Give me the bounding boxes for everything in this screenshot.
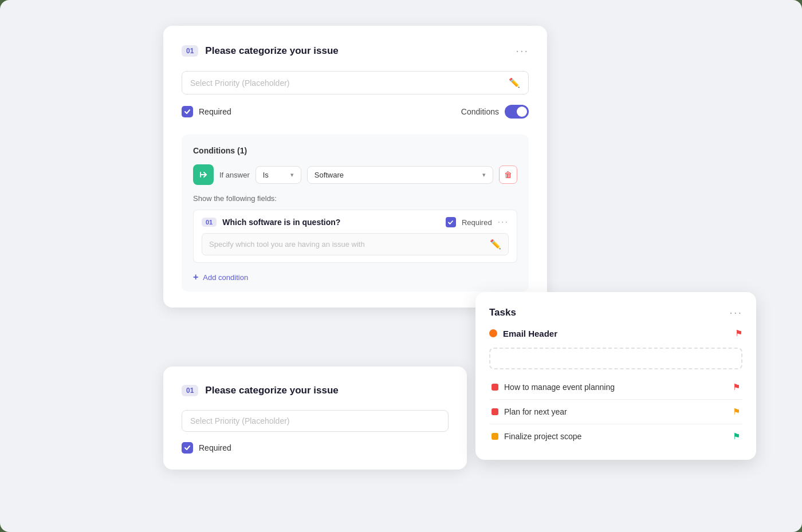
- second-card-header: 01 Please categorize your issue: [182, 385, 449, 396]
- second-card-title: Please categorize your issue: [205, 385, 338, 396]
- toggle-knob: [517, 107, 527, 117]
- required-checkbox[interactable]: [182, 106, 193, 117]
- trash-icon: 🗑: [504, 170, 512, 179]
- is-option: Is: [263, 171, 269, 179]
- second-card-header-left: 01 Please categorize your issue: [182, 385, 339, 396]
- field-title: Which software is in question?: [222, 218, 440, 227]
- field-input-row[interactable]: Specify which tool you are having an iss…: [202, 233, 509, 255]
- dashed-placeholder: [489, 348, 742, 369]
- card-header-left: 01 Please categorize your issue: [182, 45, 339, 57]
- conditions-section: Conditions (1) If answer Is ▾ Software: [182, 135, 529, 291]
- main-card: 01 Please categorize your issue ··· Sele…: [163, 26, 547, 308]
- priority-placeholder: Select Priority (Placeholder): [190, 78, 509, 88]
- task-flag-2: ⚑: [733, 407, 740, 417]
- second-required-label: Required: [199, 443, 231, 452]
- show-fields-label: Show the following fields:: [193, 194, 517, 203]
- task-item-3: Finalize project scope ⚑: [489, 424, 742, 448]
- priority-input-row[interactable]: Select Priority (Placeholder) ✏️: [182, 71, 529, 94]
- task-dot-2: [492, 408, 498, 415]
- email-header-row: Email Header ⚑: [489, 328, 742, 342]
- field-step-badge: 01: [202, 218, 217, 227]
- task-dot-3: [492, 433, 498, 440]
- required-label: Required: [199, 107, 231, 116]
- field-pencil-icon[interactable]: ✏️: [490, 239, 501, 250]
- task-dot-1: [492, 384, 498, 391]
- software-option: Software: [314, 171, 344, 179]
- step-badge: 01: [182, 45, 198, 57]
- conditions-title: Conditions (1): [193, 146, 517, 155]
- add-condition-row[interactable]: + Add condition: [193, 272, 517, 282]
- task-item-1: How to manage event planning ⚑: [489, 375, 742, 400]
- pencil-icon[interactable]: ✏️: [509, 77, 520, 88]
- card-title: Please categorize your issue: [205, 45, 338, 57]
- task-flag-3: ⚑: [733, 431, 740, 442]
- software-chevron-icon: ▾: [482, 171, 486, 179]
- task-item-2: Plan for next year ⚑: [489, 400, 742, 424]
- tasks-header: Tasks ···: [489, 306, 742, 319]
- second-priority-placeholder: Select Priority (Placeholder): [190, 416, 440, 425]
- orange-dot: [489, 329, 497, 337]
- software-dropdown[interactable]: Software ▾: [307, 166, 493, 184]
- delete-condition-button[interactable]: 🗑: [499, 165, 517, 184]
- tasks-panel: Tasks ··· Email Header ⚑ How to manage e…: [475, 292, 756, 460]
- is-chevron-icon: ▾: [290, 171, 294, 179]
- field-item: 01 Which software is in question? Requir…: [193, 210, 517, 263]
- second-card: 01 Please categorize your issue Select P…: [163, 367, 467, 470]
- second-required-checkbox[interactable]: [182, 442, 193, 454]
- field-required-label: Required: [462, 218, 492, 227]
- is-dropdown[interactable]: Is ▾: [255, 166, 301, 184]
- task-text-1: How to manage event planning: [504, 383, 727, 392]
- page-background: 01 Please categorize your issue ··· Sele…: [0, 0, 802, 532]
- field-more-icon[interactable]: ···: [498, 217, 509, 227]
- more-options-icon[interactable]: ···: [516, 44, 529, 57]
- field-required-checkbox[interactable]: [446, 217, 456, 227]
- if-answer-label: If answer: [219, 171, 250, 179]
- second-priority-input-row[interactable]: Select Priority (Placeholder): [182, 410, 449, 432]
- field-input-placeholder: Specify which tool you are having an iss…: [209, 240, 490, 249]
- second-required-group: Required: [182, 442, 449, 454]
- condition-icon: [193, 164, 214, 185]
- plus-icon: +: [193, 272, 198, 282]
- add-condition-label: Add condition: [203, 273, 248, 282]
- conditions-toggle[interactable]: [505, 105, 529, 119]
- field-item-header: 01 Which software is in question? Requir…: [202, 217, 509, 227]
- task-text-3: Finalize project scope: [504, 432, 727, 441]
- required-conditions-row: Required Conditions: [182, 105, 529, 119]
- conditions-toggle-group: Conditions: [461, 105, 529, 119]
- required-checkbox-group: Required: [182, 106, 231, 117]
- email-header-flag-icon: ⚑: [735, 328, 742, 338]
- condition-row: If answer Is ▾ Software ▾ 🗑: [193, 164, 517, 185]
- task-text-2: Plan for next year: [504, 407, 727, 416]
- tasks-more-icon[interactable]: ···: [729, 306, 742, 319]
- tasks-title: Tasks: [489, 307, 516, 318]
- email-header-text: Email Header: [503, 329, 729, 338]
- card-header: 01 Please categorize your issue ···: [182, 44, 529, 57]
- conditions-text: Conditions: [461, 107, 499, 116]
- task-flag-1: ⚑: [733, 382, 740, 392]
- second-step-badge: 01: [182, 385, 198, 396]
